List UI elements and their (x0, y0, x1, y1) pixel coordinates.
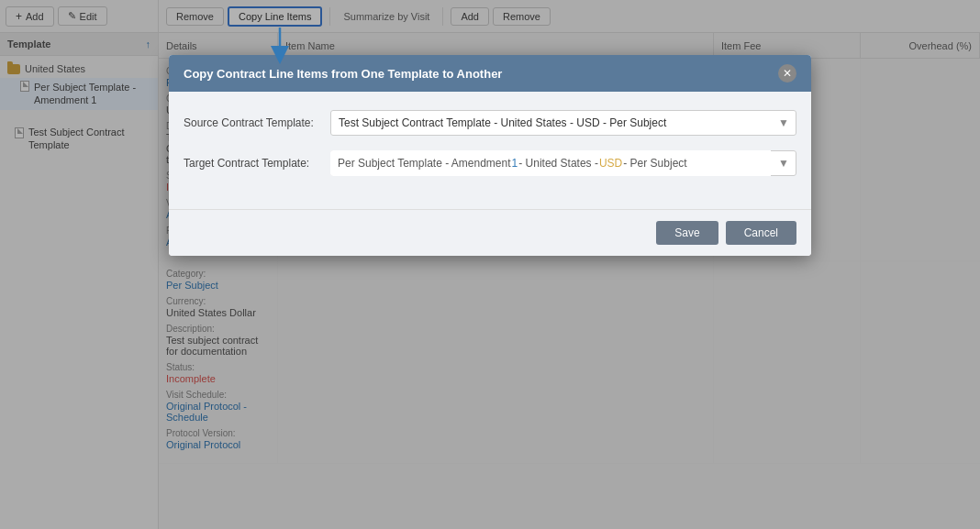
source-select[interactable]: Test Subject Contract Template - United … (330, 110, 796, 136)
target-select-wrapper: Per Subject Template - Amendment 1 - Uni… (330, 150, 796, 176)
modal-close-button[interactable]: ✕ (778, 64, 796, 83)
modal-body: Source Contract Template: Test Subject C… (169, 92, 811, 209)
source-label: Source Contract Template: (184, 116, 330, 129)
modal-footer: Save Cancel (169, 209, 811, 256)
modal-title: Copy Contract Line Items from One Templa… (184, 67, 502, 81)
copy-arrow-indicator (262, 28, 298, 67)
save-button[interactable]: Save (656, 221, 718, 245)
modal-overlay: Copy Contract Line Items from One Templa… (0, 0, 980, 529)
source-form-row: Source Contract Template: Test Subject C… (184, 110, 796, 136)
target-label: Target Contract Template: (184, 157, 330, 170)
modal-dialog: Copy Contract Line Items from One Templa… (169, 55, 811, 256)
target-form-row: Target Contract Template: Per Subject Te… (184, 150, 796, 176)
cancel-button[interactable]: Cancel (726, 221, 796, 245)
target-select[interactable]: Per Subject Template - Amendment 1 - Uni… (330, 150, 796, 176)
source-select-wrapper: Test Subject Contract Template - United … (330, 110, 796, 136)
